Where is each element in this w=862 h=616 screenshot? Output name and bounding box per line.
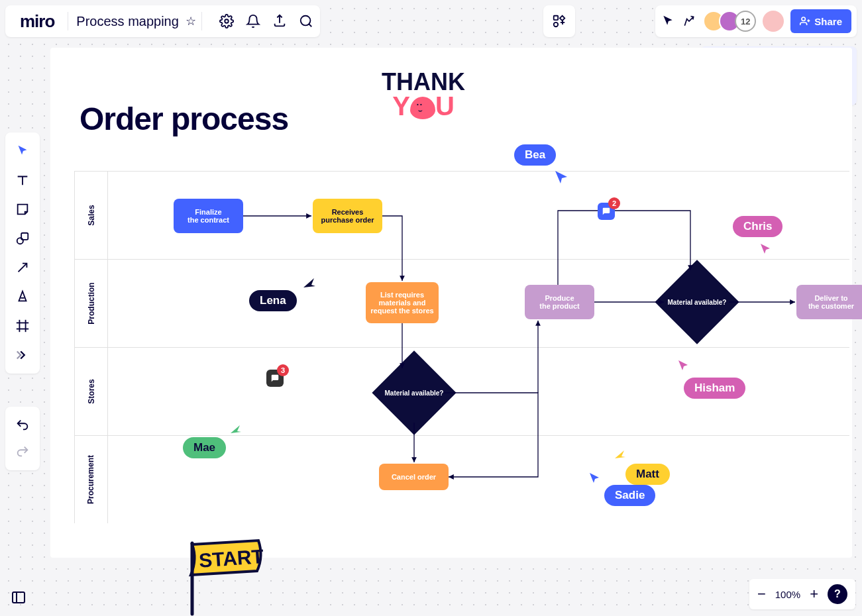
- node-deliver[interactable]: Deliver tothe customer: [796, 285, 862, 319]
- frame-tool[interactable]: [9, 313, 36, 339]
- svg-point-6: [802, 17, 805, 21]
- cursor-pointer-icon: [554, 170, 570, 185]
- arrow-tool[interactable]: [9, 254, 36, 281]
- redo-button[interactable]: [9, 438, 36, 465]
- search-icon[interactable]: [299, 14, 313, 28]
- divider: [68, 12, 68, 30]
- zoom-value[interactable]: 100%: [775, 589, 800, 600]
- cursor-pointer-icon: [614, 448, 627, 461]
- svg-line-3: [309, 24, 311, 26]
- svg-rect-4: [554, 16, 558, 20]
- cursor-chris: Chris: [733, 216, 782, 237]
- select-tool[interactable]: [9, 138, 36, 164]
- svg-point-2: [301, 16, 311, 26]
- board-title[interactable]: Process mapping: [74, 14, 182, 29]
- apps-button[interactable]: [543, 5, 575, 37]
- comment-badge[interactable]: 3: [266, 370, 284, 387]
- star-icon[interactable]: ☆: [186, 14, 196, 28]
- svg-rect-20: [13, 592, 25, 603]
- cursor-pointer-icon: [229, 423, 242, 436]
- miro-logo[interactable]: miro: [12, 11, 62, 32]
- svg-text:START: START: [198, 545, 264, 572]
- export-icon[interactable]: [272, 14, 287, 28]
- frames-panel-icon[interactable]: [8, 587, 29, 608]
- help-button[interactable]: ?: [828, 584, 847, 604]
- tools-toolbar: [5, 132, 40, 374]
- zoom-controls: − 100% + ?: [749, 579, 855, 609]
- thank-you-sticker[interactable]: THANK Y• •⌣U: [382, 72, 465, 118]
- cursor-hisham: Hisham: [684, 378, 745, 399]
- cursor-pointer-icon: [302, 276, 317, 290]
- svg-point-13: [17, 238, 23, 244]
- share-button[interactable]: Share: [790, 9, 851, 33]
- sticker-text: THANK: [382, 72, 465, 93]
- undo-button[interactable]: [9, 412, 36, 438]
- svg-line-14: [19, 264, 27, 272]
- cursor-lena: Lena: [249, 290, 297, 311]
- cursor-pointer-icon: [677, 359, 690, 372]
- zoom-out-button[interactable]: −: [757, 586, 766, 603]
- cursor-sadie: Sadie: [604, 485, 655, 506]
- svg-point-5: [554, 23, 558, 26]
- board-canvas[interactable]: Order process THANK Y• •⌣U Sales Product…: [50, 48, 852, 558]
- node-produce[interactable]: Producethe product: [525, 285, 594, 319]
- settings-icon[interactable]: [219, 14, 234, 28]
- text-tool[interactable]: [9, 167, 36, 193]
- bell-icon[interactable]: [246, 14, 260, 28]
- comment-badge[interactable]: 2: [598, 203, 615, 220]
- cursor-pointer-icon: [588, 472, 602, 485]
- share-label: Share: [814, 16, 842, 27]
- node-cancel[interactable]: Cancel order: [379, 464, 449, 490]
- shape-tool[interactable]: [9, 225, 36, 252]
- badge-count: 2: [608, 197, 620, 209]
- presenting-avatar[interactable]: [763, 11, 784, 32]
- avatar-count[interactable]: 12: [735, 11, 756, 32]
- node-receives[interactable]: Receivespurchase order: [313, 199, 382, 233]
- cursor-pointer-icon: [759, 242, 773, 256]
- lane-label: Production: [87, 282, 96, 324]
- lane-label: Stores: [86, 379, 95, 403]
- lane-label: Sales: [86, 205, 95, 225]
- pen-tool[interactable]: [9, 283, 36, 310]
- undo-panel: [5, 407, 40, 470]
- node-list[interactable]: List requires materials and request the …: [366, 282, 439, 323]
- divider: [201, 12, 202, 30]
- more-tools[interactable]: [9, 342, 36, 368]
- cursor-bea: Bea: [514, 144, 556, 166]
- zoom-in-button[interactable]: +: [810, 586, 818, 603]
- badge-count: 3: [277, 364, 289, 376]
- lane-label: Procurement: [87, 455, 96, 504]
- cursor-matt: Matt: [625, 464, 670, 485]
- cursor-mae: Mae: [183, 437, 226, 458]
- user-avatars[interactable]: 12: [703, 11, 756, 32]
- node-finalize[interactable]: Finalizethe contract: [174, 199, 243, 233]
- sticky-note-tool[interactable]: [9, 196, 36, 223]
- collaboration-bar: 12 Share: [655, 5, 857, 37]
- cursor-mode-icon[interactable]: [661, 14, 675, 28]
- header-bar: miro Process mapping ☆: [5, 5, 320, 37]
- page-title[interactable]: Order process: [80, 101, 288, 137]
- reactions-icon[interactable]: [682, 14, 696, 28]
- start-flag-sticker[interactable]: START: [179, 538, 272, 616]
- svg-point-0: [225, 19, 229, 23]
